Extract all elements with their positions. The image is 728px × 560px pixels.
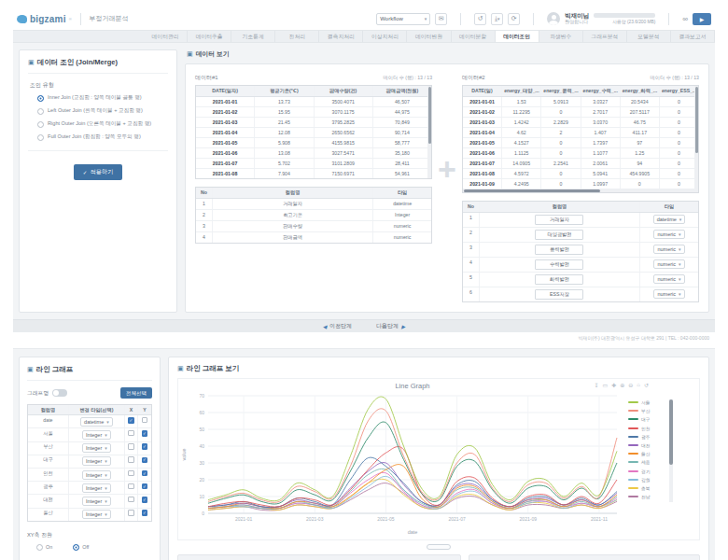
- apply-button[interactable]: ✓ 적용하기: [74, 164, 122, 180]
- table-row[interactable]: 2021-01-0714.09052.25412.0061940: [463, 159, 698, 169]
- radio-icon[interactable]: [37, 134, 44, 141]
- table-row[interactable]: 2021-01-075.7023101.280928,411: [196, 159, 431, 169]
- column-name-input[interactable]: 수력발전: [535, 259, 583, 270]
- menu-tab-1[interactable]: 데이터관리: [144, 31, 188, 42]
- join-option-4[interactable]: Full Outer Join (합집합 : 양쪽 모두의 행): [37, 133, 168, 141]
- legend-item[interactable]: 인천: [628, 426, 671, 431]
- table-row[interactable]: 2021-01-0113.733500.407146,507: [196, 97, 431, 107]
- autoscale-icon[interactable]: ⌂: [637, 382, 640, 388]
- column-name-input[interactable]: 풍력발전: [535, 245, 583, 255]
- mail-icon[interactable]: ✉: [435, 13, 447, 25]
- legend-item[interactable]: 경기: [628, 469, 671, 474]
- table-row[interactable]: 2021-01-0321.453795.282570,849: [196, 118, 431, 128]
- table-row[interactable]: 2021-01-054.152701.7397970: [463, 138, 698, 148]
- vertical-scrollbar[interactable]: [694, 86, 698, 192]
- x-checkbox[interactable]: [128, 510, 134, 516]
- menu-tab-5[interactable]: 결측치처리: [319, 31, 363, 42]
- type-select[interactable]: Integer▾: [82, 470, 111, 480]
- column-name-input[interactable]: 거래일자: [535, 215, 583, 225]
- type-select[interactable]: Integer▾: [82, 483, 111, 493]
- x-checkbox[interactable]: [128, 456, 134, 463]
- legend-item[interactable]: 부산: [628, 408, 671, 413]
- y-checkbox[interactable]: [142, 417, 148, 424]
- join-option-2[interactable]: Left Outer Join (왼쪽 테이블 + 교집합 행): [37, 107, 168, 115]
- table-row[interactable]: 2021-01-011.535.09133.032720.54340: [463, 97, 698, 107]
- menu-tab-10[interactable]: 파생변수: [539, 31, 583, 42]
- table-row[interactable]: 2021-01-084.597205.0941454.99050: [463, 169, 698, 179]
- graph-name-toggle[interactable]: [52, 389, 67, 397]
- type-select[interactable]: Integer▾: [82, 497, 111, 506]
- pan-icon[interactable]: ✚: [611, 382, 616, 388]
- workflow-select[interactable]: Workflow ▾: [376, 13, 430, 25]
- prev-step-button[interactable]: ◀이전단계: [323, 322, 352, 330]
- zoom-in-icon[interactable]: ⊕: [620, 382, 624, 388]
- horizontal-scrollbar[interactable]: [463, 189, 698, 192]
- y-checkbox[interactable]: ✓: [142, 510, 148, 516]
- join-option-3[interactable]: Right Outer Join (오른쪽 테이블 + 교집합 행): [37, 120, 168, 128]
- radio-icon[interactable]: [36, 544, 43, 551]
- menu-tab-4[interactable]: 전처리: [275, 31, 319, 42]
- zoom-out-icon[interactable]: ⊖: [628, 382, 633, 388]
- reset-axes-icon[interactable]: ↺: [644, 382, 649, 388]
- type-select[interactable]: Integer▾: [82, 443, 111, 453]
- vertical-scrollbar[interactable]: [427, 86, 431, 178]
- x-checkbox[interactable]: [128, 443, 134, 450]
- avatar[interactable]: [547, 12, 560, 25]
- y-checkbox[interactable]: ✓: [142, 430, 148, 437]
- legend-item[interactable]: 충북: [628, 485, 671, 491]
- zoom-icon[interactable]: ▭: [603, 382, 609, 388]
- type-select[interactable]: numeric▾: [653, 245, 684, 254]
- legend-item[interactable]: 대구: [628, 416, 671, 422]
- menu-tab-11[interactable]: 그래프분석: [583, 31, 627, 42]
- legend-item[interactable]: 대전: [628, 442, 671, 448]
- range-slider-pill[interactable]: [427, 544, 451, 550]
- legend-item[interactable]: 울산: [628, 451, 671, 456]
- column-name-input[interactable]: 태양광발전: [535, 230, 583, 240]
- legend-item[interactable]: 광주: [628, 434, 671, 440]
- menu-tab-7[interactable]: 데이터변환: [407, 31, 451, 42]
- type-select[interactable]: numeric▾: [653, 230, 684, 239]
- y-checkbox[interactable]: ✓: [142, 483, 148, 490]
- table-row[interactable]: 2021-01-094.249501.099700: [463, 179, 698, 189]
- y-checkbox[interactable]: ✓: [142, 443, 148, 450]
- table-row[interactable]: 2021-01-0211.229502.7017207.51170: [463, 107, 698, 118]
- legend-item[interactable]: 전남: [628, 494, 671, 499]
- table-row[interactable]: 2021-01-055.9084155.981558,777: [196, 138, 431, 148]
- menu-tab-6[interactable]: 이상치처리: [363, 31, 407, 42]
- line-chart[interactable]: 0102030405060702021-012021-032021-052021…: [178, 379, 624, 539]
- legend-item[interactable]: 세종: [628, 459, 671, 465]
- x-checkbox[interactable]: [128, 497, 134, 503]
- run-button[interactable]: ▶: [693, 13, 711, 25]
- y-checkbox[interactable]: ✓: [142, 457, 148, 464]
- table-row[interactable]: 2021-01-061.112501.10771.250: [463, 148, 698, 159]
- table-row[interactable]: 2021-01-0412.082650.656290,714: [196, 128, 431, 138]
- radio-icon[interactable]: [73, 544, 79, 551]
- menu-tab-12[interactable]: 모델분석: [627, 31, 671, 42]
- menu-tab-3[interactable]: 기초통계: [231, 31, 275, 42]
- legend-scrollbar[interactable]: [669, 399, 673, 502]
- type-select[interactable]: Integer▾: [82, 430, 111, 440]
- type-select[interactable]: numeric▾: [653, 274, 684, 284]
- menu-tab-9[interactable]: 데이터조인: [496, 31, 539, 42]
- table-row[interactable]: 2021-01-031.42422.28293.037046.750: [463, 118, 698, 128]
- menu-tab-2[interactable]: 데이터추출: [188, 31, 231, 42]
- x-checkbox[interactable]: [128, 430, 134, 437]
- x-checkbox[interactable]: [128, 470, 134, 477]
- undo-icon[interactable]: ↺: [474, 13, 486, 25]
- type-select[interactable]: datetime▾: [80, 417, 113, 427]
- type-select[interactable]: Integer▾: [82, 510, 111, 519]
- y-checkbox[interactable]: ✓: [142, 470, 148, 477]
- xy-swap-option[interactable]: On: [36, 544, 52, 551]
- legend-item[interactable]: 강원: [628, 477, 671, 483]
- next-step-button[interactable]: 다음단계▶: [376, 322, 405, 330]
- radio-icon[interactable]: [37, 108, 44, 115]
- table-row[interactable]: 2021-01-044.6221.407411.170: [463, 128, 698, 138]
- legend-item[interactable]: 서울: [628, 399, 671, 405]
- column-name-input[interactable]: ESS저장: [535, 289, 583, 300]
- refresh-icon[interactable]: ⟳: [508, 13, 520, 25]
- join-option-1[interactable]: Inner Join (교집합 : 양쪽 테이블 공통 행): [37, 94, 168, 102]
- x-checkbox[interactable]: [128, 483, 134, 490]
- table-row[interactable]: 2021-01-0613.083027.547135,180: [196, 148, 431, 159]
- menu-tab-13[interactable]: 결과보고서: [671, 31, 715, 42]
- table-row[interactable]: 2021-01-0215.953070.117544,975: [196, 107, 431, 118]
